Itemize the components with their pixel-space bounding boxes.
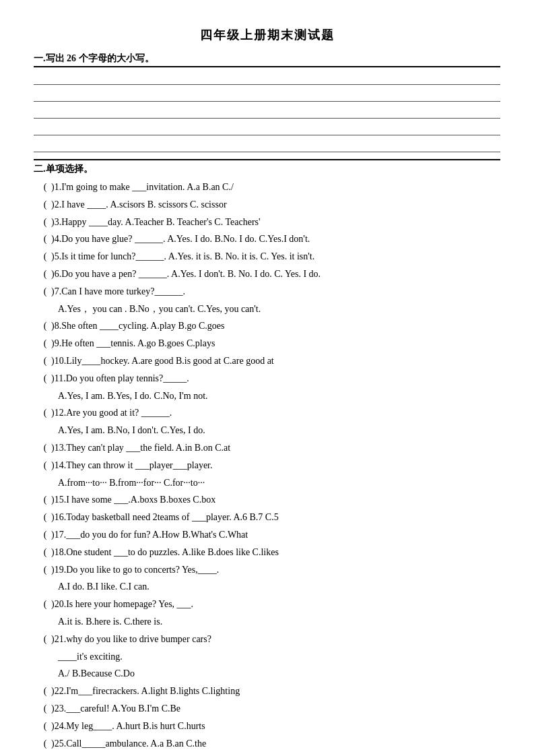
- question-paren: (: [39, 405, 51, 421]
- question-item: A.Yes, I am. B.Yes, I do. C.No, I'm not.: [34, 388, 500, 404]
- question-paren: (: [39, 458, 51, 474]
- question-item: A.from···to··· B.from···for··· C.for···t…: [34, 475, 500, 491]
- question-paren: (: [39, 284, 51, 300]
- question-text: )10.Lily____hockey. A.are good B.is good…: [51, 356, 274, 366]
- question-paren: (: [39, 231, 51, 247]
- question-item: ()8.She often ____cycling. A.play B.go C…: [34, 318, 500, 334]
- question-paren: (: [39, 753, 51, 756]
- question-item: ()19.Do you like to go to concerts? Yes,…: [34, 562, 500, 578]
- question-item: ()21.why do you like to drive bumper car…: [34, 631, 500, 648]
- question-text: )4.Do you have glue? ______. A.Yes. I do…: [51, 234, 310, 244]
- question-item: ()14.They can throw it ___player___playe…: [34, 458, 500, 474]
- question-item: ()15.I have some ___.A.boxs B.boxes C.bo…: [34, 492, 500, 508]
- question-item: ()4.Do you have glue? ______. A.Yes. I d…: [34, 231, 500, 247]
- question-paren: (: [39, 353, 51, 369]
- question-text: )14.They can throw it ___player___player…: [51, 460, 212, 470]
- question-paren: (: [39, 544, 51, 561]
- question-item: ()12.Are you good at it? ______.: [34, 405, 500, 421]
- question-item: ()23.___careful! A.You B.I'm C.Be: [34, 701, 500, 717]
- question-item: ()13.They can't play ___the field. A.in …: [34, 440, 500, 456]
- question-item: ()2.I have ____. A.scisors B. scissors C…: [34, 197, 500, 213]
- question-paren: (: [39, 249, 51, 265]
- question-item: ()9.He often ___tennis. A.go B.goes C.pl…: [34, 336, 500, 352]
- question-text: )12.Are you good at it? ______.: [51, 408, 172, 418]
- question-text: )25.Call_____ambulance. A.a B.an C.the: [51, 738, 206, 749]
- question-text: )22.I'm___firecrackers. A.light B.lights…: [51, 686, 240, 696]
- question-paren: (: [39, 336, 51, 352]
- question-item: A.Yes, I am. B.No, I don't. C.Yes, I do.: [34, 422, 500, 439]
- question-item: A./ B.Because C.Do: [34, 666, 500, 682]
- question-text: )15.I have some ___.A.boxs B.boxes C.box: [51, 495, 215, 505]
- question-item: ()17.___do you do for fun? A.How B.What'…: [34, 527, 500, 543]
- question-item: ()10.Lily____hockey. A.are good B.is goo…: [34, 353, 500, 369]
- question-item: ()24.My leg____. A.hurt B.is hurt C.hurt…: [34, 718, 500, 734]
- question-item: A.I do. B.I like. C.I can.: [34, 579, 500, 595]
- question-item: ()20.Is here your homepage? Yes, ___.: [34, 596, 500, 612]
- question-text: )17.___do you do for fun? A.How B.What's…: [51, 530, 248, 540]
- question-paren: (: [39, 509, 51, 526]
- write-line-4: [34, 121, 500, 135]
- question-item: ()22.I'm___firecrackers. A.light B.light…: [34, 683, 500, 699]
- question-item: ()1.I'm going to make ___invitation. A.a…: [34, 179, 500, 195]
- questions-list: ()1.I'm going to make ___invitation. A.a…: [34, 179, 500, 756]
- question-paren: (: [39, 701, 51, 717]
- question-text: )23.___careful! A.You B.I'm C.Be: [51, 703, 180, 714]
- question-text: )20.Is here your homepage? Yes, ___.: [51, 599, 193, 609]
- question-text: )21.why do you like to drive bumper cars…: [51, 634, 211, 644]
- question-item: ____it's exciting.: [34, 649, 500, 665]
- section1-header: 一.写出 26 个字母的大小写。: [34, 53, 500, 67]
- question-item: A.Yes， you can . B.No，you can't. C.Yes, …: [34, 301, 500, 317]
- question-paren: (: [39, 214, 51, 230]
- question-paren: (: [39, 736, 51, 752]
- question-paren: (: [39, 527, 51, 543]
- write-line-2: [34, 87, 500, 102]
- question-text: )3.Happy ____day. A.Teacher B. Teacher's…: [51, 217, 261, 227]
- question-item: ()26.We are taking you ___the hospital. …: [34, 753, 500, 756]
- write-line-3: [34, 104, 500, 119]
- question-item: ()3.Happy ____day. A.Teacher B. Teacher'…: [34, 214, 500, 230]
- question-paren: (: [39, 683, 51, 699]
- page-title: 四年级上册期末测试题: [34, 27, 500, 43]
- question-paren: (: [39, 371, 51, 387]
- question-text: )2.I have ____. A.scisors B. scissors C.…: [51, 199, 227, 210]
- question-text: )19.Do you like to go to concerts? Yes,_…: [51, 565, 219, 575]
- question-paren: (: [39, 492, 51, 508]
- question-paren: (: [39, 266, 51, 282]
- question-text: )18.One student ___to do puzzles. A.like…: [51, 547, 279, 557]
- question-paren: (: [39, 179, 51, 195]
- question-paren: (: [39, 318, 51, 334]
- question-item: ()25.Call_____ambulance. A.a B.an C.the: [34, 736, 500, 752]
- question-paren: (: [39, 562, 51, 578]
- question-text: )6.Do you have a pen? ______. A.Yes. I d…: [51, 269, 321, 279]
- question-text: )7.Can I have more turkey?______.: [51, 286, 185, 296]
- question-item: ()6.Do you have a pen? ______. A.Yes. I …: [34, 266, 500, 282]
- question-text: )8.She often ____cycling. A.play B.go C.…: [51, 321, 224, 331]
- question-paren: (: [39, 440, 51, 456]
- question-item: ()7.Can I have more turkey?______.: [34, 284, 500, 300]
- question-text: )16.Today basketball need 2teams of ___p…: [51, 512, 279, 522]
- question-item: ()11.Do you often play tennis?_____.: [34, 371, 500, 387]
- question-paren: (: [39, 596, 51, 612]
- question-text: )1.I'm going to make ___invitation. A.a …: [51, 182, 234, 192]
- writing-lines: [34, 70, 500, 152]
- question-paren: (: [39, 197, 51, 213]
- question-text: )9.He often ___tennis. A.go B.goes C.pla…: [51, 338, 215, 348]
- question-item: ()5.Is it time for lunch?______. A.Yes. …: [34, 249, 500, 265]
- question-item: ()16.Today basketball need 2teams of ___…: [34, 509, 500, 526]
- write-line-5: [34, 137, 500, 152]
- write-line-1: [34, 70, 500, 85]
- question-item: ()18.One student ___to do puzzles. A.lik…: [34, 544, 500, 561]
- question-text: )11.Do you often play tennis?_____.: [51, 373, 189, 383]
- section2-header: 二.单项选择。: [34, 159, 500, 175]
- question-text: )5.Is it time for lunch?______. A.Yes. i…: [51, 251, 314, 261]
- question-text: )13.They can't play ___the field. A.in B…: [51, 443, 230, 453]
- question-item: A.it is. B.here is. C.there is.: [34, 614, 500, 630]
- question-paren: (: [39, 631, 51, 648]
- question-text: )24.My leg____. A.hurt B.is hurt C.hurts: [51, 721, 205, 731]
- question-paren: (: [39, 718, 51, 734]
